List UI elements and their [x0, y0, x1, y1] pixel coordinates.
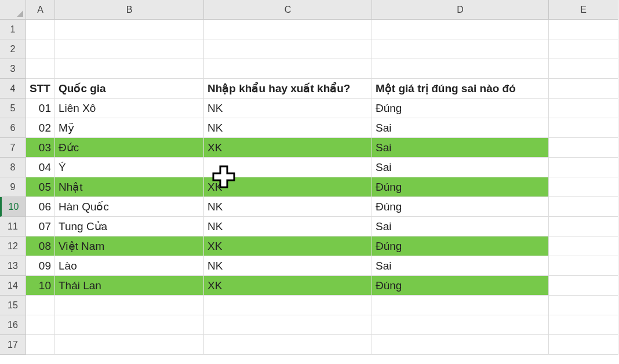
cell-D7[interactable]: Sai: [372, 138, 549, 158]
cell-C11[interactable]: NK: [204, 217, 372, 236]
cell-B3[interactable]: [55, 59, 204, 79]
cell-C8[interactable]: [204, 158, 372, 177]
cell-A15[interactable]: [26, 296, 55, 315]
cell-B1[interactable]: [55, 20, 204, 39]
cell-C15[interactable]: [204, 296, 372, 315]
cell-A17[interactable]: [26, 335, 55, 355]
cell-D3[interactable]: [372, 59, 549, 79]
row-header-8[interactable]: 8: [0, 158, 26, 177]
cell-A4[interactable]: STT: [26, 79, 55, 99]
cell-E9[interactable]: [549, 177, 618, 197]
cell-C13[interactable]: NK: [204, 256, 372, 276]
cell-A14[interactable]: 10: [26, 276, 55, 296]
col-header-B[interactable]: B: [55, 0, 204, 20]
row-header-1[interactable]: 1: [0, 20, 26, 39]
cell-B9[interactable]: Nhật: [55, 177, 204, 197]
cell-A8[interactable]: 04: [26, 158, 55, 177]
cell-C17[interactable]: [204, 335, 372, 355]
cell-B11[interactable]: Tung Cửa: [55, 217, 204, 236]
cell-B12[interactable]: Việt Nam: [55, 236, 204, 256]
cell-B7[interactable]: Đức: [55, 138, 204, 158]
cell-B2[interactable]: [55, 39, 204, 59]
row-header-14[interactable]: 14: [0, 276, 26, 296]
cell-B14[interactable]: Thái Lan: [55, 276, 204, 296]
cell-C16[interactable]: [204, 315, 372, 335]
cell-D1[interactable]: [372, 20, 549, 39]
cell-E10[interactable]: [549, 197, 618, 217]
cell-D15[interactable]: [372, 296, 549, 315]
cell-C7[interactable]: XK: [204, 138, 372, 158]
cell-C4[interactable]: Nhập khẩu hay xuất khẩu?: [204, 79, 372, 99]
row-header-16[interactable]: 16: [0, 315, 26, 335]
cell-E1[interactable]: [549, 20, 618, 39]
cell-C3[interactable]: [204, 59, 372, 79]
spreadsheet-grid[interactable]: ABCDE1234STTQuốc giaNhập khẩu hay xuất k…: [0, 0, 619, 355]
cell-A7[interactable]: 03: [26, 138, 55, 158]
cell-E14[interactable]: [549, 276, 618, 296]
col-header-D[interactable]: D: [372, 0, 549, 20]
cell-D10[interactable]: Đúng: [372, 197, 549, 217]
cell-C12[interactable]: XK: [204, 236, 372, 256]
row-header-2[interactable]: 2: [0, 39, 26, 59]
cell-C10[interactable]: NK: [204, 197, 372, 217]
cell-E12[interactable]: [549, 236, 618, 256]
cell-A13[interactable]: 09: [26, 256, 55, 276]
select-all-corner[interactable]: [0, 0, 26, 20]
cell-B17[interactable]: [55, 335, 204, 355]
cell-A5[interactable]: 01: [26, 99, 55, 118]
cell-E6[interactable]: [549, 118, 618, 138]
row-header-10[interactable]: 10: [0, 197, 26, 217]
cell-E11[interactable]: [549, 217, 618, 236]
row-header-3[interactable]: 3: [0, 59, 26, 79]
cell-C1[interactable]: [204, 20, 372, 39]
cell-D12[interactable]: Đúng: [372, 236, 549, 256]
col-header-A[interactable]: A: [26, 0, 55, 20]
cell-D5[interactable]: Đúng: [372, 99, 549, 118]
cell-E15[interactable]: [549, 296, 618, 315]
cell-B8[interactable]: Ý: [55, 158, 204, 177]
cell-C5[interactable]: NK: [204, 99, 372, 118]
cell-D11[interactable]: Sai: [372, 217, 549, 236]
col-header-E[interactable]: E: [549, 0, 618, 20]
cell-E3[interactable]: [549, 59, 618, 79]
cell-D2[interactable]: [372, 39, 549, 59]
row-header-7[interactable]: 7: [0, 138, 26, 158]
row-header-5[interactable]: 5: [0, 99, 26, 118]
cell-D14[interactable]: Đúng: [372, 276, 549, 296]
cell-D13[interactable]: Sai: [372, 256, 549, 276]
cell-E8[interactable]: [549, 158, 618, 177]
row-header-17[interactable]: 17: [0, 335, 26, 355]
cell-E17[interactable]: [549, 335, 618, 355]
cell-D4[interactable]: Một giá trị đúng sai nào đó: [372, 79, 549, 99]
cell-E5[interactable]: [549, 99, 618, 118]
cell-B13[interactable]: Lào: [55, 256, 204, 276]
cell-D17[interactable]: [372, 335, 549, 355]
row-header-6[interactable]: 6: [0, 118, 26, 138]
cell-E7[interactable]: [549, 138, 618, 158]
cell-A16[interactable]: [26, 315, 55, 335]
cell-C14[interactable]: XK: [204, 276, 372, 296]
cell-A1[interactable]: [26, 20, 55, 39]
row-header-13[interactable]: 13: [0, 256, 26, 276]
cell-B4[interactable]: Quốc gia: [55, 79, 204, 99]
cell-E13[interactable]: [549, 256, 618, 276]
cell-D8[interactable]: Sai: [372, 158, 549, 177]
cell-E4[interactable]: [549, 79, 618, 99]
cell-A3[interactable]: [26, 59, 55, 79]
cell-D9[interactable]: Đúng: [372, 177, 549, 197]
cell-A2[interactable]: [26, 39, 55, 59]
row-header-12[interactable]: 12: [0, 236, 26, 256]
cell-E16[interactable]: [549, 315, 618, 335]
cell-A10[interactable]: 06: [26, 197, 55, 217]
cell-B10[interactable]: Hàn Quốc: [55, 197, 204, 217]
row-header-15[interactable]: 15: [0, 296, 26, 315]
cell-A11[interactable]: 07: [26, 217, 55, 236]
cell-B5[interactable]: Liên Xô: [55, 99, 204, 118]
cell-A12[interactable]: 08: [26, 236, 55, 256]
cell-A6[interactable]: 02: [26, 118, 55, 138]
cell-E2[interactable]: [549, 39, 618, 59]
row-header-4[interactable]: 4: [0, 79, 26, 99]
cell-C2[interactable]: [204, 39, 372, 59]
col-header-C[interactable]: C: [204, 0, 372, 20]
cell-A9[interactable]: 05: [26, 177, 55, 197]
